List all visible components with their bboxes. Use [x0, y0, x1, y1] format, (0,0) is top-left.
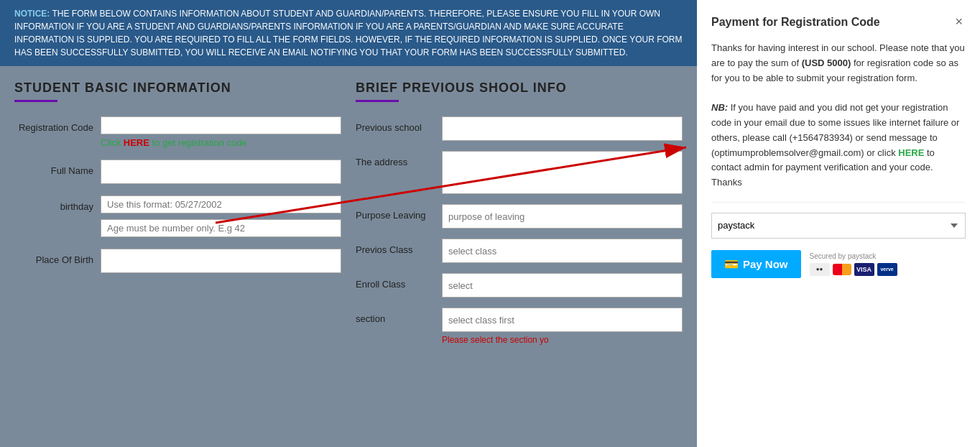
purpose-leaving-row: Purpose Leaving — [356, 204, 683, 229]
registration-code-label: Registration Code — [14, 116, 93, 133]
modal-header: Payment for Registration Code × — [711, 14, 966, 29]
payment-method-select[interactable]: paystack — [711, 213, 966, 239]
previous-school-input[interactable] — [442, 116, 683, 141]
modal-title: Payment for Registration Code — [711, 16, 880, 29]
section-error: Please select the section yo — [442, 335, 683, 345]
full-name-row: Full Name — [14, 160, 341, 184]
pay-now-row: 💳 Pay Now Secured by paystack ●● VISA ve… — [711, 250, 966, 278]
modal-close-button[interactable]: × — [952, 14, 966, 29]
paystack-badges: Secured by paystack ●● VISA verve — [810, 252, 897, 276]
registration-here-link[interactable]: HERE — [124, 137, 149, 148]
student-section: STUDENT BASIC INFORMATION Registration C… — [14, 80, 341, 355]
enroll-class-input[interactable] — [442, 273, 683, 298]
previos-class-label: Previos Class — [356, 239, 435, 255]
address-label: The address — [356, 151, 435, 167]
modal-body: Thanks for having interest in our school… — [711, 41, 966, 190]
birthday-input[interactable] — [101, 195, 341, 213]
previos-class-row: Previos Class — [356, 239, 683, 263]
place-of-birth-input[interactable] — [101, 249, 341, 273]
pay-now-button[interactable]: 💳 Pay Now — [711, 250, 801, 278]
registration-code-row: Registration Code Click HERE to get regi… — [14, 116, 341, 148]
brief-section-title: BRIEF PREVIOUS SHOOL INFO — [356, 80, 683, 96]
card-logos: ●● VISA verve — [810, 263, 897, 276]
section-label: section — [356, 308, 435, 324]
birthday-row: birthday — [14, 195, 341, 237]
purpose-leaving-input[interactable] — [442, 204, 683, 229]
modal-nb: NB: If you have paid and you did not get… — [711, 101, 966, 190]
student-section-title: STUDENT BASIC INFORMATION — [14, 80, 341, 96]
section-input[interactable] — [442, 308, 683, 332]
modal-divider — [711, 202, 966, 203]
click-here-text: Click HERE to get registration code — [101, 137, 341, 148]
card-icon: 💳 — [724, 257, 739, 271]
paystack-select-row: paystack — [711, 213, 966, 239]
address-row: The address — [356, 151, 683, 194]
age-input[interactable] — [101, 219, 341, 237]
birthday-group — [101, 195, 341, 237]
student-section-underline — [14, 100, 57, 102]
notice-bar: NOTICE: THE FORM BELOW CONTAINS INFORMAT… — [0, 0, 697, 66]
purpose-leaving-label: Purpose Leaving — [356, 204, 435, 221]
payment-modal: Payment for Registration Code × Thanks f… — [697, 0, 980, 447]
full-name-label: Full Name — [14, 160, 93, 176]
previous-school-label: Previous school — [356, 116, 435, 133]
section-area: Please select the section yo — [442, 308, 683, 345]
place-of-birth-label: Place Of Birth — [14, 249, 93, 265]
enroll-class-row: Enroll Class — [356, 273, 683, 298]
full-name-input[interactable] — [101, 160, 341, 184]
place-of-birth-row: Place Of Birth — [14, 249, 341, 273]
birthday-label: birthday — [14, 195, 93, 212]
previos-class-input[interactable] — [442, 239, 683, 263]
visa-logo: VISA — [854, 263, 874, 276]
address-textarea[interactable] — [442, 151, 683, 194]
notice-text: THE FORM BELOW CONTAINS INFORMATION ABOU… — [14, 9, 682, 57]
enroll-class-label: Enroll Class — [356, 273, 435, 290]
brief-section-underline — [356, 100, 399, 102]
notice-label: NOTICE: — [14, 9, 50, 19]
registration-code-input[interactable] — [101, 116, 341, 134]
modal-intro: Thanks for having interest in our school… — [711, 41, 966, 86]
modal-here-link[interactable]: HERE — [898, 147, 924, 158]
verve-logo: verve — [877, 263, 897, 276]
brief-section: BRIEF PREVIOUS SHOOL INFO Previous schoo… — [356, 80, 683, 355]
card-logo-other: ●● — [810, 263, 830, 276]
previous-school-row: Previous school — [356, 116, 683, 141]
secured-text: Secured by paystack — [810, 252, 877, 260]
mastercard-logo — [833, 264, 851, 275]
registration-code-area: Click HERE to get registration code — [101, 116, 341, 148]
section-row: section Please select the section yo — [356, 308, 683, 345]
